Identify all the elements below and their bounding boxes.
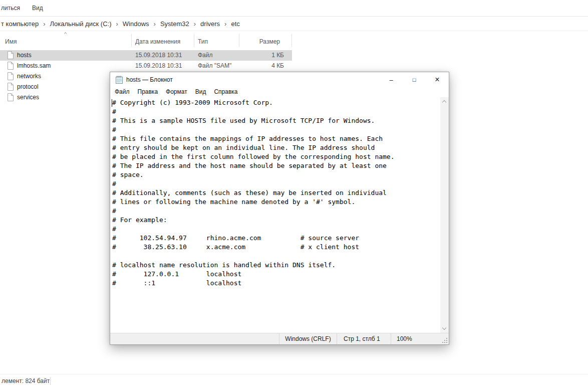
chevron-right-icon: › [150, 21, 159, 27]
file-date: 15.09.2018 10:31 [135, 52, 182, 59]
ribbon-tab-share[interactable]: литься [1, 0, 20, 17]
notepad-app-icon [115, 76, 123, 84]
sort-ascending-icon: ^ [64, 31, 67, 37]
item-count-label: лемент: 824 байт [2, 377, 50, 384]
chevron-right-icon: › [221, 21, 230, 27]
cursor-position-label: Стр 1, стлб 1 [344, 335, 380, 342]
status-divider [50, 377, 51, 385]
resize-grip-icon[interactable] [446, 342, 447, 343]
ribbon-tab-view[interactable]: Вид [32, 0, 43, 17]
file-date: 15.09.2018 10:31 [135, 62, 182, 69]
chevron-right-icon: › [190, 21, 199, 27]
file-type: Файл "SAM" [198, 62, 231, 69]
table-row-lmhosts[interactable]: lmhosts.sam 15.09.2018 10:31 Файл "SAM" … [0, 61, 292, 71]
file-name: lmhosts.sam [17, 62, 51, 69]
file-list-column-headers: ^ Имя Дата изменения Тип Размер [0, 32, 292, 49]
window-title: hosts — Блокнот [126, 76, 173, 83]
scroll-up-icon[interactable] [440, 97, 449, 106]
file-name: networks [17, 73, 41, 80]
cursor-position-indicator: Стр 1, стлб 1 [337, 333, 391, 344]
notepad-title-bar[interactable]: hosts — Блокнот – □ × [110, 72, 449, 87]
maximize-button[interactable]: □ [403, 72, 426, 87]
file-icon [7, 83, 14, 91]
text-caret [112, 99, 112, 107]
menu-view[interactable]: Вид [191, 87, 210, 97]
breadcrumb-item-local-disk[interactable]: Локальный диск (C:) [49, 20, 112, 28]
menu-help[interactable]: Справка [210, 87, 241, 97]
line-ending-indicator: Windows (CRLF) [279, 333, 337, 344]
zoom-level-indicator: 100% [391, 333, 449, 344]
menu-edit[interactable]: Правка [134, 87, 162, 97]
explorer-ribbon-tabs: литься Вид [0, 0, 588, 17]
column-divider[interactable] [194, 34, 194, 47]
desktop-screen: литься Вид т компьютер › Локальный диск … [0, 0, 588, 387]
column-divider[interactable] [239, 34, 239, 47]
column-divider[interactable] [131, 34, 132, 47]
vertical-scrollbar[interactable] [440, 97, 449, 333]
file-name: services [17, 94, 39, 101]
text-editor-area[interactable]: # Copyright (c) 1993-2009 Microsoft Corp… [110, 97, 440, 333]
column-header-size[interactable]: Размер [239, 38, 280, 45]
minimize-button[interactable]: – [380, 72, 403, 87]
menu-format[interactable]: Формат [162, 87, 191, 97]
breadcrumb-item-drivers[interactable]: drivers [199, 20, 221, 28]
file-icon [7, 72, 14, 80]
scroll-down-icon[interactable] [440, 324, 449, 333]
line-ending-label: Windows (CRLF) [285, 335, 331, 342]
breadcrumb-item-system32[interactable]: System32 [159, 20, 190, 28]
notepad-menu-bar: Файл Правка Формат Вид Справка [111, 87, 448, 97]
chevron-right-icon: › [40, 21, 49, 27]
file-name: protocol [17, 83, 39, 90]
breadcrumb-item-windows[interactable]: Windows [122, 20, 150, 28]
file-name: hosts [17, 52, 32, 59]
file-icon [7, 62, 14, 70]
file-type: Файл [198, 52, 213, 59]
notepad-status-bar: Windows (CRLF) Стр 1, стлб 1 100% [110, 333, 449, 344]
chevron-right-icon: › [113, 21, 122, 27]
file-size: 1 КБ [239, 52, 288, 59]
explorer-status-bar: лемент: 824 байт [0, 374, 588, 387]
notepad-window: hosts — Блокнот – □ × Файл Правка Формат… [110, 72, 449, 345]
column-header-date[interactable]: Дата изменения [135, 38, 180, 45]
status-spacer [110, 333, 279, 344]
breadcrumb-item-computer[interactable]: т компьютер [0, 20, 40, 28]
hosts-file-content: # Copyright (c) 1993-2009 Microsoft Corp… [110, 97, 440, 288]
file-icon [7, 51, 14, 59]
window-controls: – □ × [380, 72, 449, 87]
breadcrumb-item-etc[interactable]: etc [230, 20, 240, 28]
zoom-level-label: 100% [397, 335, 412, 342]
column-divider[interactable] [291, 34, 292, 47]
menu-file[interactable]: Файл [111, 87, 134, 97]
close-button[interactable]: × [426, 72, 449, 87]
breadcrumb: т компьютер › Локальный диск (C:) › Wind… [0, 17, 588, 31]
column-header-name[interactable]: Имя [5, 38, 17, 45]
file-size: 4 КБ [239, 62, 288, 69]
file-icon [7, 93, 14, 101]
table-row-hosts[interactable]: hosts 15.09.2018 10:31 Файл 1 КБ [0, 50, 292, 61]
column-header-type[interactable]: Тип [198, 38, 208, 45]
